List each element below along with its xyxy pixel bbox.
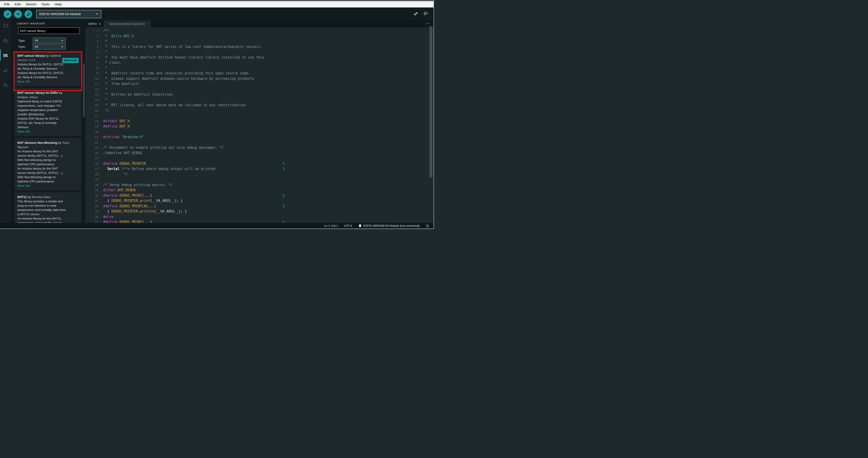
code-line: 36#else (85, 214, 434, 220)
code-editor[interactable]: 1/*!2 * @file DHT.h3 *4 * This is a libr… (85, 27, 434, 223)
serial-monitor-button[interactable] (423, 11, 429, 18)
code-line-content: //#define DHT_DEBUG (100, 150, 142, 156)
line-number: 24 (85, 150, 98, 156)
board-status[interactable]: ESP32-WROOM-DA Module [not connected] (358, 224, 419, 228)
library-card[interactable]: DHT sensor library for ESPx by beegee_to… (14, 88, 81, 136)
code-line: 8 * (85, 65, 434, 71)
code-line: 32#define DEBUG_PRINT(...) \ (85, 193, 434, 199)
sidebar-item-boards-manager[interactable] (0, 37, 11, 44)
code-line-content: * (100, 65, 107, 71)
activity-sidebar (0, 21, 11, 223)
library-description-line: An Arduino library for the DHT11 (18, 216, 79, 221)
code-line: 26#define DEBUG_PRINTER \ (85, 161, 434, 167)
code-line-content: * MIT license, all text above must be in… (100, 103, 246, 108)
code-line: 14 * (85, 97, 434, 103)
library-description-line: temperature and humidity sensor (18, 221, 79, 223)
verify-button[interactable] (4, 10, 11, 18)
library-description-line: sensor family (DHT11, DHT22,...). (18, 153, 79, 158)
menu-item-help[interactable]: Help (52, 2, 64, 6)
library-card[interactable]: DHT Sensors Non-Blocking by Toan NguyenA… (14, 138, 81, 191)
library-description-line: optimize CPU performance. (18, 162, 79, 166)
library-description-line: negative temperature problem (18, 108, 79, 112)
line-number: 32 (85, 193, 98, 199)
menu-item-tools[interactable]: Tools (39, 2, 52, 6)
code-line-content: { DEBUG_PRINTER.print(__VA_ARGS__); } (100, 198, 183, 204)
filter-select-topic[interactable]: All (33, 44, 66, 50)
line-number: 10 (85, 76, 98, 82)
code-line: 29 (85, 177, 434, 182)
editor-scrollbar[interactable] (430, 26, 432, 177)
code-line: 35 { DEBUG_PRINTER.println(__VA_ARGS__);… (85, 209, 434, 214)
sidebar-item-sketchbook[interactable] (0, 22, 11, 29)
line-number: 7 (85, 60, 98, 65)
code-line-content: /*! (100, 28, 109, 34)
more-info-link[interactable]: More info (18, 183, 79, 188)
sidebar-item-library-manager[interactable] (0, 52, 11, 59)
menu-item-sketch[interactable]: Sketch (24, 2, 39, 6)
library-description-line: sensor family (DHT11, DHT22,...). (18, 171, 79, 175)
menu-item-file[interactable]: File (2, 2, 12, 6)
editor-tab-hardcoded-dht22-esp32-ino[interactable]: hardcoded-dht22-esp32.ino (104, 21, 151, 27)
library-description-line: DHT22, etc Temp & Humidity (18, 121, 79, 125)
line-number: 14 (85, 97, 98, 103)
code-line-content: #include "Arduino.h" (100, 135, 144, 140)
line-number: 4 (85, 44, 98, 50)
library-description-line: a DHT11 sensor. (18, 212, 79, 216)
library-description-line: (credits @helijunky) (18, 112, 79, 116)
code-line-content: #ifndef DHT_H (100, 119, 130, 124)
line-number: 16 (85, 108, 98, 113)
tab-label: hardcoded-dht22-esp32.ino (109, 22, 145, 26)
notification-bell-icon[interactable] (426, 224, 430, 228)
line-number: 27 (85, 166, 98, 172)
code-line: 1/*! (85, 28, 434, 34)
sidebar-item-search[interactable] (0, 82, 11, 88)
library-search-input[interactable] (18, 28, 80, 34)
editor-tab-bar: DHT.h×hardcoded-dht22-esp32.ino⋯ (85, 21, 434, 27)
filter-select-type[interactable]: All (33, 37, 66, 43)
tab-overflow-menu[interactable]: ⋯ (426, 21, 430, 26)
code-line: 7 * class. (85, 60, 434, 65)
code-line-content: * Adafruit invests time and resources pr… (100, 71, 250, 76)
upload-button[interactable] (14, 10, 22, 18)
code-line-content: * (100, 87, 107, 92)
library-results-list: DHT sensor library by AdafruitVersion 1.… (11, 51, 85, 223)
line-number: 36 (85, 214, 98, 220)
library-list-scrollbar[interactable] (83, 63, 85, 117)
library-card-title: DHT11 by Dhruba Saha (18, 195, 79, 199)
select-chevron-icon (61, 39, 64, 42)
code-line-content: #define DHT_H (100, 124, 130, 129)
line-number: 3 (85, 39, 98, 44)
line-number: 2 (85, 34, 98, 39)
start-debug-icon (26, 11, 31, 17)
line-number: 15 (85, 103, 98, 108)
line-number: 22 (85, 140, 98, 145)
select-chevron-icon (61, 45, 64, 48)
library-description-line: easy-to-use interface to read (18, 203, 79, 208)
code-line: 31#ifdef DHT_DEBUG (85, 188, 434, 193)
library-card-title: DHT sensor library for ESPx by beegee_to… (18, 91, 79, 99)
sidebar-item-debugger[interactable] (0, 67, 11, 74)
line-number: 18 (85, 119, 98, 124)
serial-plotter-button[interactable] (413, 11, 419, 18)
line-number: 17 (85, 113, 98, 119)
library-description-line: This library provides a simple and (18, 199, 79, 203)
board-selector-dropdown[interactable]: ESP32-WROOM-DA Module (36, 10, 101, 18)
code-line-content: * please support Adafruit andopen-source… (100, 76, 254, 82)
code-line: 23/* Uncomment to enable printing out ni… (85, 145, 434, 150)
more-info-link[interactable]: More info (18, 129, 79, 134)
editor-tab-dht-h[interactable]: DHT.h× (85, 21, 104, 27)
line-number: 35 (85, 209, 98, 214)
verify-icon (5, 11, 10, 17)
serial-plotter-icon (413, 11, 419, 17)
encoding-indicator: UTF-8 (344, 224, 352, 227)
chip-icon (358, 224, 362, 228)
filter-value: All (35, 39, 38, 42)
library-card[interactable]: DHT11 by Dhruba SahaThis library provide… (14, 192, 81, 223)
code-line: 20 (85, 129, 434, 135)
code-line: 3 * (85, 39, 434, 44)
menu-item-edit[interactable]: Edit (12, 2, 23, 6)
tab-close-icon[interactable]: × (99, 22, 101, 26)
line-number: 21 (85, 135, 98, 140)
debug-button[interactable] (24, 10, 32, 18)
code-line: 10 * please support Adafruit andopen-sou… (85, 76, 434, 82)
